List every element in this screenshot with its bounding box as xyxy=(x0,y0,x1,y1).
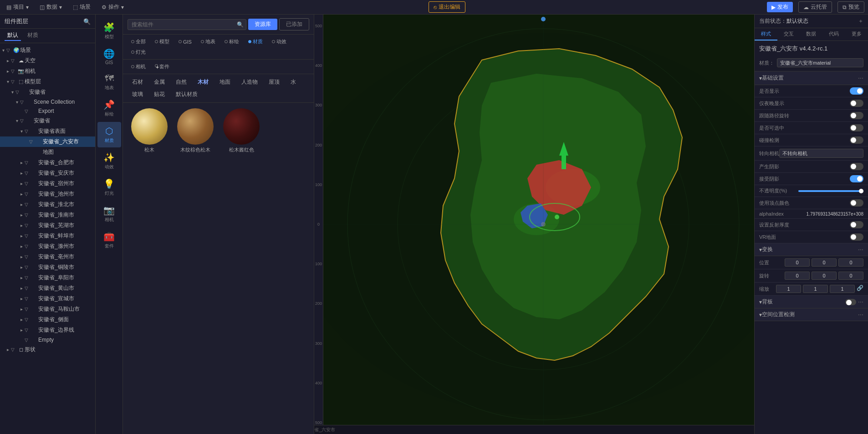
cat-manmade[interactable]: 人造物 xyxy=(237,77,262,87)
cat-wood[interactable]: 木材 xyxy=(193,77,213,87)
menu-project[interactable]: ▤ 项目 ▾ xyxy=(4,3,31,11)
tab-added[interactable]: 已添加 xyxy=(279,18,309,30)
add-state-button[interactable]: ＋ xyxy=(858,17,863,25)
filter-model[interactable]: 模型 xyxy=(151,37,173,46)
iconbar-gis[interactable]: 🌐 GIS xyxy=(97,45,121,69)
toggle-receive-shadow[interactable] xyxy=(850,175,863,182)
tree-item[interactable]: ▸ ▽ 安徽省_边界线 xyxy=(0,325,95,335)
filter-effect[interactable]: 动效 xyxy=(268,37,290,46)
material-select[interactable]: 安徽省_六安市material xyxy=(777,58,863,67)
tree-item[interactable]: ▸ ▽ 安徽省_宣城市 xyxy=(0,293,95,304)
section-transform[interactable]: ▾ 变换 ⋯ xyxy=(755,243,868,256)
material-pine[interactable]: 松木 xyxy=(128,108,170,429)
cat-stone[interactable]: 石材 xyxy=(128,77,148,87)
tab-code[interactable]: 代码 xyxy=(822,28,845,40)
pos-x[interactable] xyxy=(785,258,810,267)
iconbar-light[interactable]: 💡 灯光 xyxy=(97,175,121,200)
tree-item[interactable]: ▸ ▽ 安徽省_安庆市 xyxy=(0,168,95,178)
filter-gis[interactable]: GIS xyxy=(175,37,195,46)
tree-item[interactable]: ▾ ▽ Scene Collection xyxy=(0,97,95,106)
cat-glass[interactable]: 玻璃 xyxy=(128,89,148,100)
iconbar-model[interactable]: 🧩 模型 xyxy=(97,18,121,44)
tree-item[interactable]: ▾ ▽ ⬚ 模型层 xyxy=(0,76,95,87)
tree-item[interactable]: ▾ ▽ 🌍 场景 xyxy=(0,45,95,56)
opacity-thumb[interactable] xyxy=(859,189,863,193)
iconbar-kit[interactable]: 🧰 套件 xyxy=(97,227,121,253)
tab-material[interactable]: 材质 xyxy=(25,30,41,41)
tree-item[interactable]: ▾ ▽ 安徽省表面 xyxy=(0,126,95,136)
tree-item[interactable]: ▸ ▽ 安徽省_侧面 xyxy=(0,314,95,325)
toggle-cast-shadow[interactable] xyxy=(850,163,863,170)
tree-item[interactable]: ▸ ▽ 安徽省_合肥市 xyxy=(0,157,95,168)
tree-item[interactable]: ▸ ▽ 📷 相机 xyxy=(0,66,95,76)
filter-light[interactable]: 灯光 xyxy=(128,48,149,56)
rot-x[interactable] xyxy=(785,272,810,280)
tree-item[interactable]: ▽ Export xyxy=(0,106,95,116)
section-basic[interactable]: ▾ 基础设置 ⋯ xyxy=(755,71,868,85)
pos-z[interactable] xyxy=(838,258,863,267)
filter-kit[interactable]: ✦ 套件 xyxy=(151,62,173,71)
cat-water[interactable]: 水 xyxy=(286,77,301,87)
map-area[interactable]: 500 400 300 200 100 0 100 200 300 400 50… xyxy=(314,15,754,434)
tree-item[interactable]: ▾ ▽ 安徽省 xyxy=(0,87,95,97)
tree-item[interactable]: ▸ ▽ 安徽省_池州市 xyxy=(0,189,95,199)
toggle-path[interactable] xyxy=(850,112,863,119)
search-input[interactable] xyxy=(128,19,246,30)
tree-item[interactable]: ▸ ▽ 安徽省_宿州市 xyxy=(0,178,95,189)
tree-item[interactable]: ▽ Empty xyxy=(0,335,95,344)
tab-default[interactable]: 默认 xyxy=(5,30,21,41)
tab-style[interactable]: 样式 xyxy=(755,28,777,40)
menu-scene[interactable]: ⬚ 场景 xyxy=(70,3,93,11)
exit-edit-button[interactable]: ⎋ 退出编辑 xyxy=(429,1,465,13)
tree-item[interactable]: ▸ ▽ 安徽省_淮南市 xyxy=(0,210,95,220)
cat-floor[interactable]: 地面 xyxy=(215,77,235,87)
tree-item[interactable]: ▸ ▽ ☁ 天空 xyxy=(0,56,95,66)
tree-item[interactable]: ▸ ▽ 安徽省_马鞍山市 xyxy=(0,304,95,314)
toggle-selectable[interactable] xyxy=(850,124,863,131)
tree-item[interactable]: ▸ ▽ ◻ 形状 xyxy=(0,344,95,355)
cat-roof[interactable]: 屋顶 xyxy=(264,77,284,87)
preview-button[interactable]: ⧉ 预览 xyxy=(837,1,864,13)
tab-interact[interactable]: 交互 xyxy=(777,28,800,40)
tab-more[interactable]: 更多 xyxy=(845,28,868,40)
scale-y[interactable] xyxy=(803,285,828,293)
tree-item[interactable]: ▾ ▽ 安徽省 xyxy=(0,116,95,126)
tree-item[interactable]: ▽ 安徽省_六安市 xyxy=(0,136,95,147)
filter-material[interactable]: 材质 xyxy=(245,37,266,46)
cat-default[interactable]: 默认材质 xyxy=(171,89,202,100)
tree-item[interactable]: ▸ ▽ 安徽省_蚌埠市 xyxy=(0,231,95,241)
iconbar-mark[interactable]: 📌 标绘 xyxy=(97,96,121,121)
toggle-collision[interactable] xyxy=(850,136,863,144)
material-wood[interactable]: 木纹棕色松木 xyxy=(174,108,216,429)
iconbar-effect[interactable]: ✨ 动效 xyxy=(97,148,121,174)
cat-nature[interactable]: 自然 xyxy=(171,77,191,87)
iconbar-camera[interactable]: 📷 相机 xyxy=(97,201,121,227)
pos-y[interactable] xyxy=(812,258,837,267)
scale-x[interactable] xyxy=(776,285,801,293)
toggle-vertex-color[interactable] xyxy=(850,199,863,207)
tree-item[interactable]: 地图 xyxy=(0,147,95,157)
cloud-button[interactable]: ☁ 云托管 xyxy=(798,1,832,13)
cat-metal[interactable]: 金属 xyxy=(149,77,169,87)
toggle-vr[interactable] xyxy=(850,233,863,241)
toggle-night[interactable] xyxy=(850,100,863,107)
toggle-visible[interactable] xyxy=(850,87,863,95)
cat-decal[interactable]: 贴花 xyxy=(149,89,169,100)
toggle-reflection[interactable] xyxy=(850,221,863,228)
opacity-slider[interactable] xyxy=(798,190,863,192)
tree-item[interactable]: ▸ ▽ 安徽省_铜陵市 xyxy=(0,262,95,273)
tab-resource[interactable]: 资源库 xyxy=(248,19,277,30)
menu-action[interactable]: ⚙ 操作 ▾ xyxy=(99,3,127,11)
filter-marking[interactable]: 标绘 xyxy=(221,37,243,46)
filter-terrain[interactable]: 地表 xyxy=(197,37,219,46)
toggle-backplate[interactable] xyxy=(845,299,856,305)
material-mahogany[interactable]: 松木酱红色 xyxy=(221,108,262,429)
filter-camera[interactable]: 相机 xyxy=(128,62,149,71)
menu-data[interactable]: ◫ 数据 ▾ xyxy=(37,3,65,11)
tree-item[interactable]: ▸ ▽ 安徽省_亳州市 xyxy=(0,252,95,262)
tree-item[interactable]: ▸ ▽ 安徽省_淮北市 xyxy=(0,199,95,210)
camera-direction-select[interactable]: 不转向相机 xyxy=(779,149,863,158)
tree-item[interactable]: ▸ ▽ 安徽省_阜阳市 xyxy=(0,273,95,283)
tree-item[interactable]: ▸ ▽ 安徽省_滁州市 xyxy=(0,241,95,252)
tab-data[interactable]: 数据 xyxy=(800,28,823,40)
